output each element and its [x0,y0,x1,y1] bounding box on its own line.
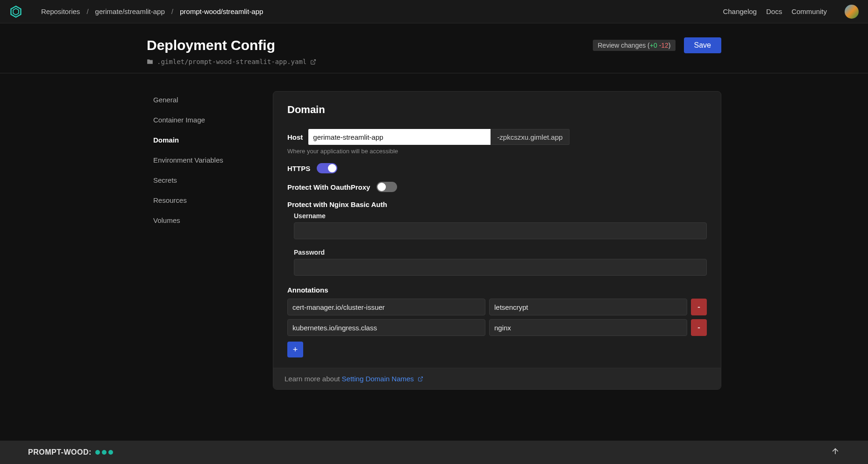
password-label: Password [294,249,707,256]
folder-icon [147,58,153,65]
review-suffix: ) [669,42,671,49]
password-input[interactable] [294,259,707,276]
username-input[interactable] [294,222,707,239]
review-changes-badge[interactable]: Review changes (+0 -12) [593,40,675,51]
top-nav: Changelog Docs Community [723,5,859,19]
annotation-key-input[interactable] [287,319,485,336]
status-dot-icon [95,450,100,455]
docs-link[interactable]: Setting Domain Names [342,375,423,383]
annotation-value-input[interactable] [489,299,687,315]
annotation-key-input[interactable] [287,299,485,315]
hexagon-logo-icon [9,5,22,18]
open-file-link[interactable] [310,59,316,65]
breadcrumb-current: prompt-wood/streamlit-app [180,7,263,15]
save-button[interactable]: Save [684,37,721,53]
review-deletions: -12 [659,42,669,49]
annotation-value-input[interactable] [489,319,687,336]
basic-auth-heading: Protect with Nginx Basic Auth [287,200,707,208]
username-label: Username [294,212,707,220]
https-toggle[interactable] [317,163,337,173]
breadcrumb: Repositories / gerimate/streamlit-app / … [41,7,263,15]
page-title: Deployment Config [147,37,316,53]
breadcrumb-repo[interactable]: gerimate/streamlit-app [95,7,165,15]
host-suffix: -zpkcszxu.gimlet.app [491,129,569,145]
delete-annotation-button[interactable]: - [691,319,707,336]
status-dot-icon [102,450,107,455]
scroll-to-top-button[interactable] [831,447,840,458]
page-header: Deployment Config .gimlet/prompt-wood-st… [0,23,868,73]
svg-line-3 [420,377,423,380]
review-additions: +0 [650,42,657,49]
external-link-icon [418,376,423,382]
panel-footer: Learn more about Setting Domain Names [273,368,721,389]
svg-marker-0 [11,6,21,17]
status-dots [95,450,113,455]
svg-marker-1 [13,8,19,15]
oauth-proxy-label: Protect With OauthProxy [287,183,370,191]
topbar: Repositories / gerimate/streamlit-app / … [0,0,868,23]
sidebar-item-general[interactable]: General [147,92,273,107]
review-prefix: Review changes ( [598,42,649,49]
svg-line-2 [313,59,316,62]
sidebar-item-domain[interactable]: Domain [147,132,273,148]
sidebar-item-resources[interactable]: Resources [147,193,273,208]
delete-annotation-button[interactable]: - [691,299,707,315]
arrow-up-icon [831,447,840,456]
sidebar-item-volumes[interactable]: Volumes [147,213,273,228]
annotations-heading: Annotations [287,286,707,294]
docs-link-text: Setting Domain Names [342,375,414,383]
domain-panel: Domain Host -zpkcszxu.gimlet.app Where y… [273,91,721,390]
nav-community[interactable]: Community [791,7,827,15]
host-input[interactable] [308,129,491,145]
avatar[interactable] [845,5,859,19]
nav-changelog[interactable]: Changelog [723,7,757,15]
main: General Container Image Domain Environme… [0,73,868,390]
annotation-row: - [287,299,707,315]
breadcrumb-root[interactable]: Repositories [41,7,80,15]
breadcrumb-sep: / [171,7,173,15]
settings-sidebar: General Container Image Domain Environme… [147,91,273,390]
add-annotation-button[interactable]: + [287,342,303,357]
section-title: Domain [287,104,707,116]
oauth-proxy-toggle[interactable] [377,182,397,192]
sidebar-item-secrets[interactable]: Secrets [147,172,273,188]
config-file-path: .gimlet/prompt-wood-streamlit-app.yaml [157,58,306,65]
nav-docs[interactable]: Docs [766,7,782,15]
logo[interactable] [9,5,22,18]
sidebar-item-env-vars[interactable]: Environment Variables [147,152,273,168]
annotation-row: - [287,319,707,336]
footer-prefix: Learn more about [285,375,342,383]
external-link-icon [310,59,316,65]
https-label: HTTPS [287,164,310,172]
host-label: Host [287,133,303,141]
breadcrumb-sep: / [86,7,88,15]
environment-label: PROMPT-WOOD: [28,448,92,457]
bottom-bar: PROMPT-WOOD: [0,441,868,464]
status-dot-icon [108,450,113,455]
host-hint: Where your application will be accessibl… [287,148,707,155]
sidebar-item-container-image[interactable]: Container Image [147,112,273,128]
